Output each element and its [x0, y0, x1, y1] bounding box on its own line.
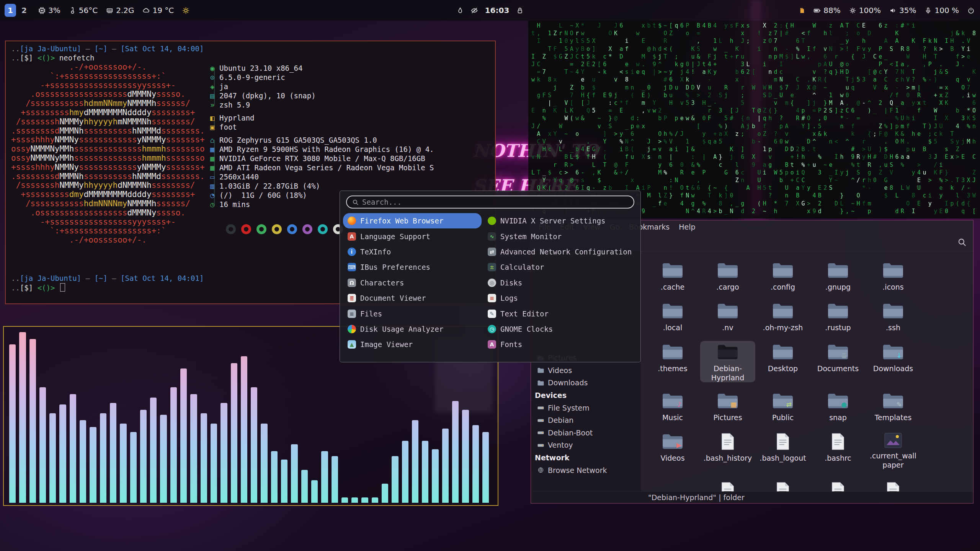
visualizer-bar	[59, 404, 66, 503]
file-grid-item--cache[interactable]: .cache	[645, 259, 700, 292]
file-grid-item[interactable]	[755, 479, 810, 492]
launcher-item-gnome-clocks[interactable]: ◷GNOME Clocks	[483, 321, 638, 337]
system-stats: 3%56°C2.2G19 °C	[38, 6, 189, 15]
file-grid-item--oh-my-zsh[interactable]: .oh-my-zsh	[755, 300, 810, 332]
terminal-prompt: ..[ja Ja-Ubuntu] – [~] – [Sat Oct 14, 04…	[11, 44, 204, 53]
visualizer-bar	[241, 356, 247, 503]
launcher-item-characters[interactable]: ΩCharacters	[343, 275, 482, 290]
launcher-item-image-viewer[interactable]: ▲Image Viewer	[343, 337, 482, 352]
folder-emblem: ▦	[730, 401, 737, 408]
file-grid-item-debian-hyprland[interactable]: Debian-Hyprland	[700, 341, 755, 382]
matrix-terminal-window[interactable]	[528, 21, 980, 218]
file-grid-item--icons[interactable]: .icons	[866, 259, 921, 292]
file-label: .config	[758, 282, 808, 292]
launcher-item-text-editor[interactable]: ✎Text Editor	[483, 306, 638, 321]
mic-module[interactable]: 100 %	[924, 6, 959, 15]
launcher-item-files[interactable]: ≡Files	[343, 306, 482, 321]
file-grid-item-snap[interactable]: ●snap	[810, 390, 866, 422]
palette-dot	[287, 224, 297, 234]
power-module[interactable]	[967, 7, 975, 14]
launcher-item-advanced-network-configuration[interactable]: ⇄Advanced Network Configuration	[483, 244, 638, 259]
app-icon	[348, 217, 356, 225]
launcher-item-texinfo[interactable]: iTeXInfo	[343, 244, 482, 259]
search-icon	[352, 199, 359, 205]
launcher-item-logs[interactable]: ≡Logs	[483, 290, 638, 306]
palette-dot	[226, 224, 236, 234]
file-grid-item--nv[interactable]: .nv	[700, 300, 755, 332]
launcher-item-document-viewer[interactable]: ≣Document Viewer	[343, 290, 482, 306]
sidebar-item-browse-network[interactable]: Browse Network	[531, 464, 641, 476]
top-bar-right: 88%100%35%100 %	[799, 6, 980, 15]
file-grid-item--config[interactable]: .config	[755, 259, 810, 292]
sd-card-module[interactable]	[799, 7, 805, 14]
sidebar-item-downloads[interactable]: Downloads	[531, 377, 641, 389]
app-label: GNOME Clocks	[500, 325, 553, 333]
launcher-item-ibus-preferences[interactable]: ⌨IBus Preferences	[343, 259, 482, 275]
neofetch-info-line: ▩NVIDIA GeForce RTX 3080 Mobile / Max-Q …	[210, 154, 434, 163]
launcher-item-disk-usage-analyzer[interactable]: Disk Usage Analyzer	[343, 321, 482, 337]
file-grid-item-pictures[interactable]: ▦Pictures	[700, 390, 755, 422]
cpu-module: 3%	[38, 6, 60, 15]
workspace-button-1[interactable]: 1	[5, 4, 16, 17]
app-label: Calculator	[500, 263, 544, 271]
file-grid-item--gnupg[interactable]: .gnupg	[810, 259, 866, 292]
folder-icon	[662, 343, 684, 362]
file-grid-item--current-wallpaper[interactable]: .current_wallpaper	[866, 430, 921, 469]
sidebar-item-videos[interactable]: Videos	[531, 364, 641, 377]
info-icon: ▩	[210, 163, 219, 172]
top-bar-left: 12 3%56°C2.2G19 °C	[0, 4, 189, 17]
neofetch-info-line: ▩AMD ATI Radeon Vega Series / Radeon Veg…	[210, 163, 434, 172]
battery-module[interactable]: 88%	[813, 6, 840, 15]
sidebar-item-file-system[interactable]: File System	[531, 401, 641, 414]
launcher-item-nvidia-x-server-settings[interactable]: NVIDIA X Server Settings	[483, 213, 638, 228]
file-grid-item--bash-history[interactable]: .bash_history	[700, 430, 755, 463]
file-grid-item-templates[interactable]: ✎Templates	[866, 390, 921, 422]
file-grid-item-desktop[interactable]: Desktop	[755, 341, 810, 373]
search-icon[interactable]	[957, 237, 967, 249]
file-grid-item-public[interactable]: ⇄Public	[755, 390, 810, 422]
file-grid-item-downloads[interactable]: ↓Downloads	[866, 341, 921, 373]
launcher-item-disks[interactable]: ◎Disks	[483, 275, 638, 290]
weather-value: 19 °C	[152, 6, 174, 15]
file-grid-item[interactable]	[866, 479, 921, 492]
file-grid-item--local[interactable]: .local	[645, 300, 700, 332]
visualizer-bar	[251, 387, 257, 503]
visualizer-bar	[321, 451, 328, 503]
file-label: .bash_logout	[758, 453, 808, 463]
workspace-button-2[interactable]: 2	[18, 4, 30, 17]
info-icon: ▥	[210, 181, 219, 191]
file-grid-item-documents[interactable]: ≣Documents	[810, 341, 866, 373]
file-grid-item[interactable]	[700, 479, 755, 492]
sidebar-item-debian-boot[interactable]: Debian-Boot	[531, 427, 641, 439]
launcher-item-fonts[interactable]: AFonts	[483, 337, 638, 352]
lock-module	[516, 7, 523, 14]
folder-icon	[772, 262, 794, 281]
visualizer-bar	[341, 497, 348, 503]
launcher-item-language-support[interactable]: ALanguage Support	[343, 228, 482, 244]
launcher-item-system-monitor[interactable]: ∿System Monitor	[483, 228, 638, 244]
file-grid-item-videos[interactable]: ▶Videos	[645, 430, 700, 463]
file-grid-item--cargo[interactable]: .cargo	[700, 259, 755, 292]
file-grid-item--bash-logout[interactable]: .bash_logout	[755, 430, 810, 463]
search-input[interactable]: Search...	[346, 196, 634, 209]
file-grid-item[interactable]	[810, 479, 866, 492]
launcher-item-firefox-web-browser[interactable]: Firefox Web Browser	[343, 213, 482, 228]
file-grid-item--themes[interactable]: .themes	[645, 341, 700, 373]
volume-module[interactable]: 35%	[889, 6, 916, 15]
visualizer-bar	[120, 424, 126, 503]
file-icon	[720, 433, 735, 452]
file-grid-item-music[interactable]: ♪Music	[645, 390, 700, 422]
visualizer-bar	[90, 427, 96, 503]
sidebar-item-debian[interactable]: Debian	[531, 414, 641, 427]
visualizer-bar	[412, 420, 418, 503]
menu-help[interactable]: Help	[674, 220, 700, 233]
visualizer-bar	[372, 497, 378, 503]
file-grid-item--ssh[interactable]: .ssh	[866, 300, 921, 332]
sidebar-item-ventoy[interactable]: Ventoy	[531, 439, 641, 452]
file-grid-item--rustup[interactable]: .rustup	[810, 300, 866, 332]
sidebar-item-label: File System	[548, 404, 590, 412]
file-grid-item--bashrc[interactable]: .bashrc	[810, 430, 866, 463]
launcher-item-calculator[interactable]: ±Calculator	[483, 259, 638, 275]
app-label: Document Viewer	[360, 294, 426, 302]
brightness-module[interactable]: 100%	[849, 6, 881, 15]
